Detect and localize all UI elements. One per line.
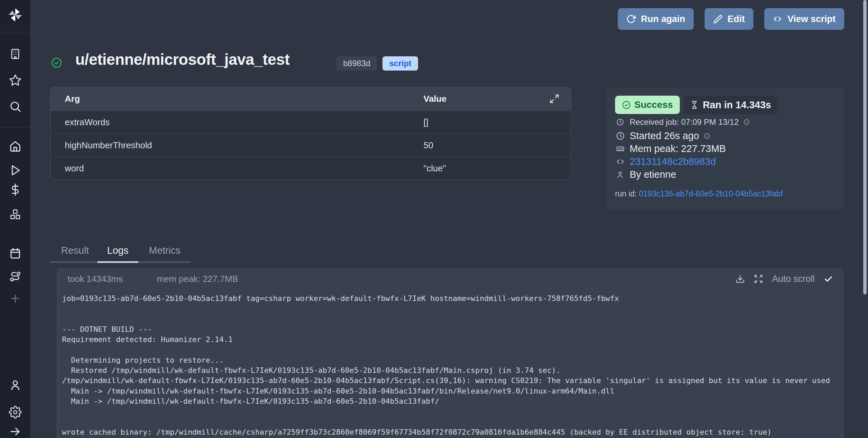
home-icon[interactable]	[0, 140, 30, 153]
code-icon	[615, 157, 625, 166]
success-check-circle-icon	[51, 57, 62, 69]
resources-icon[interactable]	[0, 208, 30, 221]
duration-label: Ran in 14.343s	[703, 99, 771, 111]
mem-peak-row: Mem peak: 227.73MB	[615, 143, 726, 154]
script-kind-badge[interactable]: script	[382, 56, 418, 71]
edit-label: Edit	[728, 14, 745, 24]
windmill-logo-icon[interactable]	[0, 7, 30, 23]
args-row: highNumberThreshold 50	[51, 134, 571, 157]
author-label: By etienne	[630, 169, 676, 180]
search-icon[interactable]	[0, 100, 30, 113]
clock-icon	[615, 118, 625, 126]
tab-metrics[interactable]: Metrics	[149, 245, 180, 256]
run-id-row: run id: 0193c135-ab7d-60e5-2b10-04b5ac13…	[615, 189, 783, 198]
view-script-label: View script	[787, 14, 835, 24]
mem-peak-label: Mem peak: 227.73MB	[630, 143, 726, 154]
started-label: Started 26s ago	[630, 130, 699, 141]
run-info-panel: Success Ran in 14.343s Received job: 07:…	[607, 88, 844, 210]
arg-name: extraWords	[51, 117, 110, 128]
status-badge: Success	[615, 96, 680, 114]
sidebar-divider	[0, 128, 30, 128]
windmill-run-page: Run again Edit View script u/etienne/mic…	[0, 0, 868, 438]
usage-dollar-icon[interactable]	[0, 183, 30, 196]
user-icon[interactable]	[0, 379, 30, 392]
script-hash-badge[interactable]: b8983d	[336, 56, 377, 71]
tab-underline-track	[138, 261, 191, 263]
flows-route-icon[interactable]	[0, 270, 30, 283]
settings-gear-icon[interactable]	[0, 406, 30, 419]
expand-log-icon[interactable]	[754, 274, 763, 284]
arg-value: []	[423, 117, 428, 128]
info-icon[interactable]	[743, 119, 750, 126]
user-icon	[615, 170, 625, 179]
log-took-label: took 14343ms	[67, 274, 123, 284]
info-icon[interactable]	[704, 133, 710, 139]
arg-name: highNumberThreshold	[51, 140, 152, 151]
runs-icon[interactable]	[0, 164, 30, 177]
args-table: Arg Value extraWords [] highNumberThresh…	[50, 87, 571, 180]
received-row: Received job: 07:09 PM 13/12	[615, 117, 750, 127]
run-id-label: run id:	[615, 189, 637, 198]
workspace-icon[interactable]	[0, 47, 30, 60]
log-panel: took 14343ms mem peak: 227.7MB Auto scro…	[57, 269, 844, 438]
clock-icon	[615, 131, 625, 140]
run-again-label: Run again	[641, 14, 685, 24]
tab-result[interactable]: Result	[61, 245, 89, 256]
expand-args-icon[interactable]	[549, 94, 559, 104]
auto-scroll-label: Auto scroll	[772, 274, 815, 284]
arg-value: "clue"	[423, 163, 446, 174]
memory-icon	[615, 144, 625, 153]
add-plus-icon[interactable]	[0, 292, 30, 305]
page-title: u/etienne/microsoft_java_test	[75, 50, 290, 69]
sidebar	[0, 0, 30, 438]
args-col-arg: Arg	[51, 94, 80, 104]
args-row: extraWords []	[51, 111, 571, 134]
status-label: Success	[634, 99, 673, 110]
tab-active-indicator	[97, 261, 138, 263]
started-row: Started 26s ago	[615, 130, 710, 141]
page-scrollbar-thumb[interactable]	[863, 0, 867, 294]
pencil-icon	[713, 15, 723, 24]
code-icon	[773, 14, 782, 24]
arg-name: word	[51, 163, 84, 174]
sidebar-divider	[0, 32, 30, 32]
schedules-calendar-icon[interactable]	[0, 247, 30, 260]
log-panel-header: took 14343ms mem peak: 227.7MB Auto scro…	[57, 269, 843, 289]
duration-chip: Ran in 14.343s	[684, 96, 777, 114]
log-mem-peak-label: mem peak: 227.7MB	[157, 274, 238, 284]
args-table-header: Arg Value	[51, 87, 571, 111]
arg-value: 50	[423, 140, 433, 151]
auto-scroll-checkbox[interactable]	[824, 274, 833, 284]
download-log-icon[interactable]	[735, 274, 745, 284]
run-id-link[interactable]: 0193c135-ab7d-60e5-2b10-04b5ac13fabf	[639, 189, 783, 198]
args-col-value: Value	[423, 94, 447, 104]
edit-button[interactable]: Edit	[705, 8, 753, 30]
tab-logs[interactable]: Logs	[107, 245, 129, 256]
refresh-icon	[626, 14, 636, 24]
received-label: Received job: 07:09 PM 13/12	[630, 117, 739, 127]
view-script-button[interactable]: View script	[764, 8, 844, 30]
tab-underline-track	[51, 261, 97, 263]
author-row: By etienne	[615, 169, 676, 180]
script-hash-row: 23131148c2b8983d	[615, 156, 716, 167]
log-output[interactable]: job=0193c135-ab7d-60e5-2b10-04b5ac13fabf…	[62, 293, 843, 438]
run-again-button[interactable]: Run again	[618, 8, 694, 30]
favorites-star-icon[interactable]	[0, 74, 30, 87]
collapse-sidebar-arrow-icon[interactable]	[0, 425, 30, 438]
args-row: word "clue"	[51, 157, 571, 180]
hourglass-icon	[690, 100, 699, 109]
check-circle-icon	[622, 100, 631, 110]
script-hash-link[interactable]: 23131148c2b8983d	[630, 156, 716, 167]
